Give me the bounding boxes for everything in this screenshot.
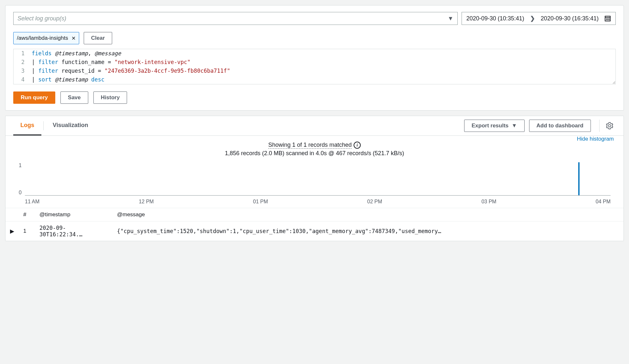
row-message: {"cpu_system_time":1520,"shutdown":1,"cp… bbox=[112, 221, 624, 241]
date-range-picker[interactable]: 2020-09-30 (10:35:41) ❯ 2020-09-30 (16:3… bbox=[462, 12, 616, 25]
results-table: # @timestamp @message ▶12020-09-30T16:22… bbox=[5, 208, 624, 241]
tabs-bar: Logs Visualization Export results ▼ Add … bbox=[5, 116, 624, 136]
x-tick-label: 11 AM bbox=[25, 199, 39, 205]
chip-label: /aws/lambda-insights bbox=[17, 35, 68, 41]
x-tick-label: 02 PM bbox=[367, 199, 382, 205]
svg-rect-6 bbox=[607, 19, 608, 20]
svg-rect-4 bbox=[609, 18, 610, 19]
y-tick: 0 bbox=[19, 190, 22, 196]
summary-scanned: 1,856 records (2.0 MB) scanned in 4.0s @… bbox=[21, 150, 608, 157]
query-editor[interactable]: 1fields @timestamp, @message2| filter fu… bbox=[13, 49, 616, 84]
close-icon[interactable]: ✕ bbox=[71, 35, 76, 41]
results-panel: Logs Visualization Export results ▼ Add … bbox=[5, 116, 624, 241]
line-number: 2 bbox=[14, 58, 28, 67]
save-button[interactable]: Save bbox=[60, 91, 88, 104]
x-axis-line bbox=[25, 195, 611, 196]
tab-visualization[interactable]: Visualization bbox=[46, 116, 95, 135]
x-tick-label: 03 PM bbox=[481, 199, 496, 205]
add-to-dashboard-button[interactable]: Add to dashboard bbox=[529, 120, 591, 132]
results-summary: Showing 1 of 1 records matched i 1,856 r… bbox=[15, 136, 614, 163]
code-line[interactable]: | filter request_id = "247e6369-3a2b-4cc… bbox=[28, 67, 615, 75]
history-button[interactable]: History bbox=[93, 91, 127, 104]
tab-logs[interactable]: Logs bbox=[13, 116, 41, 135]
code-line[interactable]: fields @timestamp, @message bbox=[28, 49, 615, 58]
histogram-chart: 1 0 11 AM12 PM01 PM02 PM03 PM04 PM bbox=[25, 163, 611, 205]
chevron-right-icon: ❯ bbox=[530, 15, 535, 22]
hide-histogram-link[interactable]: Hide histogram bbox=[577, 136, 614, 142]
chevron-down-icon: ▼ bbox=[448, 15, 453, 22]
clear-button[interactable]: Clear bbox=[84, 32, 112, 44]
expand-caret-icon[interactable]: ▶ bbox=[10, 228, 14, 235]
line-number: 3 bbox=[14, 67, 28, 75]
line-number: 1 bbox=[14, 49, 28, 58]
col-num-header[interactable]: # bbox=[19, 208, 35, 221]
gear-icon[interactable] bbox=[599, 120, 616, 132]
row-timestamp: 2020-09-30T16:22:34.… bbox=[35, 221, 112, 241]
row-num: 1 bbox=[19, 221, 35, 241]
col-timestamp-header[interactable]: @timestamp bbox=[35, 208, 112, 221]
log-group-placeholder: Select log group(s) bbox=[17, 15, 66, 22]
y-tick: 1 bbox=[19, 163, 22, 168]
export-label: Export results bbox=[472, 123, 508, 129]
svg-rect-7 bbox=[609, 19, 610, 20]
selected-log-group-chip: /aws/lambda-insights ✕ bbox=[13, 32, 79, 44]
svg-rect-5 bbox=[606, 19, 607, 20]
x-tick-label: 04 PM bbox=[596, 199, 611, 205]
query-panel: Select log group(s) ▼ 2020-09-30 (10:35:… bbox=[5, 5, 624, 111]
histogram-bar bbox=[578, 162, 580, 195]
chevron-down-icon: ▼ bbox=[512, 123, 517, 129]
svg-rect-3 bbox=[607, 18, 608, 19]
svg-rect-2 bbox=[606, 18, 607, 19]
info-icon[interactable]: i bbox=[354, 142, 361, 149]
summary-matched: Showing 1 of 1 records matched bbox=[268, 142, 352, 149]
date-to: 2020-09-30 (16:35:41) bbox=[541, 15, 599, 22]
code-line[interactable]: | sort @timestamp desc bbox=[28, 75, 615, 84]
x-axis-labels: 11 AM12 PM01 PM02 PM03 PM04 PM bbox=[25, 199, 611, 205]
calendar-icon bbox=[604, 15, 611, 22]
log-group-select[interactable]: Select log group(s) ▼ bbox=[13, 12, 458, 25]
export-results-button[interactable]: Export results ▼ bbox=[464, 120, 525, 132]
col-message-header[interactable]: @message bbox=[112, 208, 624, 221]
y-axis: 1 0 bbox=[15, 163, 22, 196]
date-from: 2020-09-30 (10:35:41) bbox=[466, 15, 524, 22]
col-expand bbox=[5, 208, 19, 221]
run-query-button[interactable]: Run query bbox=[13, 91, 55, 104]
code-line[interactable]: | filter function_name = "network-intens… bbox=[28, 58, 615, 67]
line-number: 4 bbox=[14, 75, 28, 84]
x-tick-label: 01 PM bbox=[253, 199, 268, 205]
x-tick-label: 12 PM bbox=[139, 199, 154, 205]
tab-divider bbox=[43, 121, 44, 130]
table-row[interactable]: ▶12020-09-30T16:22:34.…{"cpu_system_time… bbox=[5, 221, 624, 241]
